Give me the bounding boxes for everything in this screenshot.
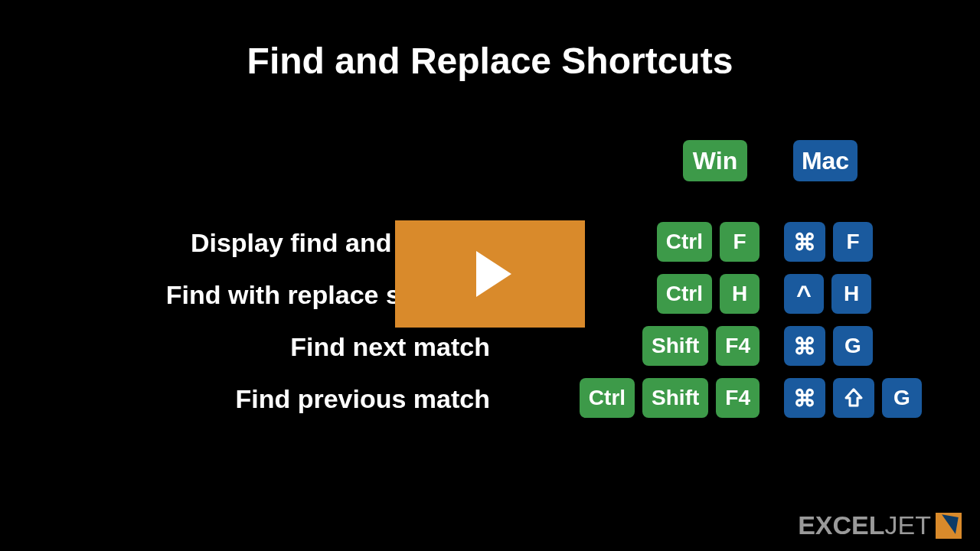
win-keys-row: Ctrl H [657, 274, 760, 314]
key-g: G [833, 326, 873, 366]
key-h: H [720, 274, 760, 314]
mac-keys-row: ⌘ G [784, 378, 922, 418]
key-f4: F4 [716, 326, 760, 366]
play-icon [476, 251, 511, 297]
exceljet-logo: EXCELJET [798, 510, 962, 540]
key-shift: Shift [642, 378, 708, 418]
mac-keys-row: ⌘ F [784, 222, 873, 262]
mac-keys-row: ⌘ G [784, 326, 873, 366]
key-command-icon: ⌘ [784, 378, 825, 418]
win-keys-row: Shift F4 [642, 326, 760, 366]
page-title: Find and Replace Shortcuts [0, 40, 980, 82]
key-g: G [882, 378, 922, 418]
key-control-icon: ^ [784, 274, 824, 314]
key-f4: F4 [716, 378, 760, 418]
key-f: F [833, 222, 873, 262]
key-ctrl: Ctrl [657, 222, 712, 262]
key-shift: Shift [642, 326, 708, 366]
key-ctrl: Ctrl [657, 274, 712, 314]
mac-keys-row: ^ H [784, 274, 871, 314]
key-shift-icon [833, 378, 874, 418]
key-command-icon: ⌘ [784, 222, 825, 262]
key-command-icon: ⌘ [784, 326, 825, 366]
key-ctrl: Ctrl [580, 378, 635, 418]
shortcut-label: Find previous match [61, 384, 490, 414]
header-mac-badge: Mac [793, 140, 858, 181]
play-button[interactable] [395, 220, 585, 328]
win-keys-row: Ctrl Shift F4 [580, 378, 760, 418]
win-keys-row: Ctrl F [657, 222, 760, 262]
shortcut-label: Find next match [61, 332, 490, 362]
logo-text: EXCELJET [798, 510, 931, 540]
key-f: F [720, 222, 760, 262]
logo-mark-icon [936, 513, 962, 539]
header-win-badge: Win [683, 140, 747, 181]
key-h: H [831, 274, 871, 314]
